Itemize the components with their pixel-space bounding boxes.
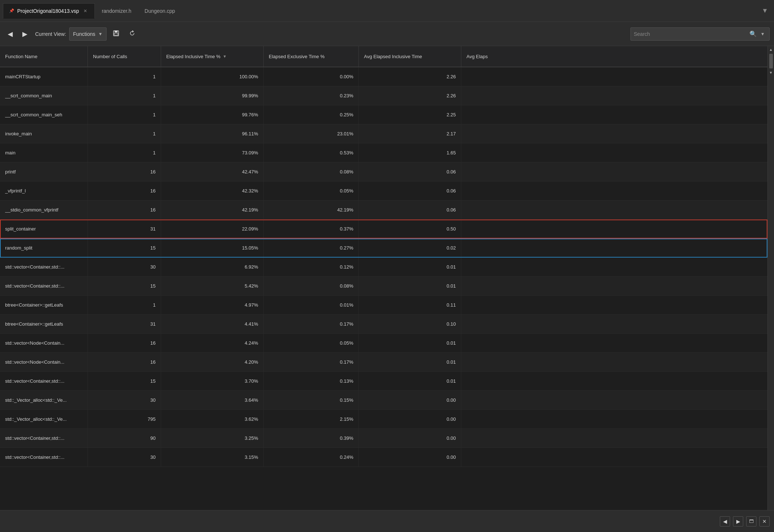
col-header-avg-elaps[interactable]: Avg Elaps: [461, 46, 767, 67]
scroll-right-button[interactable]: ▶: [733, 516, 743, 527]
table-row[interactable]: btree<Container>::getLeafs14.97%0.01%0.1…: [0, 296, 767, 315]
search-dropdown-btn[interactable]: ▼: [759, 31, 766, 37]
tab-projectorigonal[interactable]: 📌 ProjectOrigonal180413.vsp ✕: [3, 3, 95, 19]
table-row[interactable]: std::vector<Container,std::...903.25%0.3…: [0, 429, 767, 448]
cell-avg-elaps: [461, 86, 767, 105]
tab-dungeon[interactable]: Dungeon.cpp: [138, 3, 181, 19]
cell-elapsed-exclusive: 0.17%: [264, 315, 359, 333]
cell-num-calls: 1: [88, 143, 161, 162]
cell-elapsed-inclusive: 3.15%: [161, 448, 264, 467]
cell-avg-elapsed-inclusive: 0.01: [359, 353, 461, 371]
col-header-avg-elapsed-inclusive[interactable]: Avg Elapsed Inclusive Time: [359, 46, 461, 67]
cell-elapsed-inclusive: 3.62%: [161, 410, 264, 428]
cell-num-calls: 1: [88, 124, 161, 143]
search-input[interactable]: [634, 31, 747, 37]
cell-avg-elapsed-inclusive: 1.65: [359, 143, 461, 162]
cell-elapsed-exclusive: 0.01%: [264, 296, 359, 314]
save-button[interactable]: [109, 28, 123, 40]
cell-avg-elaps: [461, 124, 767, 143]
right-scrollbar: ▲ ▼: [767, 46, 774, 510]
cell-elapsed-inclusive: 6.92%: [161, 258, 264, 276]
cell-num-calls: 795: [88, 410, 161, 428]
col-header-function-name[interactable]: Function Name: [0, 46, 88, 67]
current-view-label: Current View:: [35, 31, 66, 37]
cell-avg-elapsed-inclusive: 2.17: [359, 124, 461, 143]
table-body[interactable]: mainCRTStartup1100.00%0.00%2.26__scrt_co…: [0, 67, 767, 510]
cell-elapsed-exclusive: 0.12%: [264, 258, 359, 276]
table-row[interactable]: invoke_main196.11%23.01%2.17: [0, 124, 767, 143]
cell-function-name: split_container: [0, 220, 88, 238]
cell-avg-elapsed-inclusive: 0.00: [359, 448, 461, 467]
col-header-num-calls[interactable]: Number of Calls: [88, 46, 161, 67]
cell-num-calls: 31: [88, 220, 161, 238]
cell-avg-elapsed-inclusive: 0.01: [359, 277, 461, 295]
table-row[interactable]: btree<Container>::getLeafs314.41%0.17%0.…: [0, 315, 767, 334]
table-row[interactable]: std::vector<Container,std::...153.70%0.1…: [0, 372, 767, 391]
back-button[interactable]: ◀: [4, 28, 16, 40]
refresh-button[interactable]: [126, 28, 139, 40]
cell-function-name: btree<Container>::getLeafs: [0, 315, 88, 333]
scroll-up-button[interactable]: ▲: [769, 47, 774, 52]
col-header-elapsed-exclusive[interactable]: Elapsed Exclusive Time %: [264, 46, 359, 67]
cell-elapsed-inclusive: 5.42%: [161, 277, 264, 295]
cell-avg-elapsed-inclusive: 0.50: [359, 220, 461, 238]
table-row[interactable]: std::vector<Container,std::...155.42%0.0…: [0, 277, 767, 296]
scroll-down-button[interactable]: ▼: [769, 70, 774, 75]
tab-randomizer[interactable]: randomizer.h: [96, 3, 138, 19]
restore-button[interactable]: 🗖: [746, 516, 756, 527]
cell-elapsed-exclusive: 0.27%: [264, 239, 359, 257]
col-header-elapsed-inclusive[interactable]: Elapsed Inclusive Time % ▼: [161, 46, 264, 67]
cell-elapsed-inclusive: 4.97%: [161, 296, 264, 314]
cell-function-name: __stdio_common_vfprintf: [0, 201, 88, 219]
cell-num-calls: 1: [88, 67, 161, 86]
cell-avg-elaps: [461, 162, 767, 181]
table-row[interactable]: __scrt_common_main199.99%0.23%2.26: [0, 86, 767, 105]
close-pane-button[interactable]: ✕: [759, 516, 770, 527]
scroll-thumb[interactable]: [769, 54, 773, 68]
tab-dropdown-arrow[interactable]: ▼: [759, 5, 771, 16]
cell-avg-elaps: [461, 277, 767, 295]
table-row[interactable]: __stdio_common_vfprintf1642.19%42.19%0.0…: [0, 201, 767, 220]
cell-function-name: random_split: [0, 239, 88, 257]
table-row[interactable]: main173.09%0.53%1.65: [0, 143, 767, 162]
toolbar: ◀ ▶ Current View: Functions ▼ 🔍 ▼: [0, 22, 774, 46]
cell-elapsed-inclusive: 99.76%: [161, 105, 264, 124]
table-row[interactable]: split_container3122.09%0.37%0.50: [0, 220, 767, 239]
table-row[interactable]: std::vector<Container,std::...306.92%0.1…: [0, 258, 767, 277]
tab-close-1[interactable]: ✕: [82, 8, 89, 14]
cell-elapsed-inclusive: 42.19%: [161, 201, 264, 219]
cell-function-name: std::vector<Container,std::...: [0, 448, 88, 467]
cell-avg-elaps: [461, 410, 767, 428]
table-row[interactable]: std::_Vector_alloc<std::_Ve...303.64%0.1…: [0, 391, 767, 410]
cell-num-calls: 16: [88, 162, 161, 181]
table-row[interactable]: std::vector<Node<Contain...164.20%0.17%0…: [0, 353, 767, 372]
table-row[interactable]: std::vector<Container,std::...303.15%0.2…: [0, 448, 767, 467]
table-row[interactable]: random_split1515.05%0.27%0.02: [0, 239, 767, 258]
cell-avg-elapsed-inclusive: 0.01: [359, 258, 461, 276]
view-dropdown[interactable]: Functions ▼: [69, 27, 107, 41]
cell-function-name: btree<Container>::getLeafs: [0, 296, 88, 314]
cell-elapsed-inclusive: 100.00%: [161, 67, 264, 86]
cell-num-calls: 30: [88, 391, 161, 409]
cell-num-calls: 16: [88, 201, 161, 219]
table-row[interactable]: printf1642.47%0.08%0.06: [0, 162, 767, 181]
cell-function-name: std::_Vector_alloc<std::_Ve...: [0, 391, 88, 409]
cell-avg-elapsed-inclusive: 0.00: [359, 391, 461, 409]
cell-avg-elaps: [461, 220, 767, 238]
cell-num-calls: 30: [88, 448, 161, 467]
cell-elapsed-exclusive: 0.08%: [264, 162, 359, 181]
cell-elapsed-inclusive: 4.20%: [161, 353, 264, 371]
table-row[interactable]: std::_Vector_alloc<std::_Ve...7953.62%2.…: [0, 410, 767, 429]
table-header: Function Name Number of Calls Elapsed In…: [0, 46, 767, 67]
table-row[interactable]: std::vector<Node<Contain...164.24%0.05%0…: [0, 334, 767, 353]
cell-avg-elapsed-inclusive: 0.02: [359, 239, 461, 257]
scroll-left-button[interactable]: ◀: [720, 516, 730, 527]
cell-avg-elapsed-inclusive: 2.25: [359, 105, 461, 124]
cell-elapsed-exclusive: 0.08%: [264, 277, 359, 295]
table-row[interactable]: _vfprintf_l1642.32%0.05%0.06: [0, 181, 767, 201]
cell-avg-elapsed-inclusive: 2.26: [359, 67, 461, 86]
cell-elapsed-exclusive: 0.05%: [264, 334, 359, 352]
forward-button[interactable]: ▶: [19, 28, 31, 40]
table-row[interactable]: __scrt_common_main_seh199.76%0.25%2.25: [0, 105, 767, 124]
table-row[interactable]: mainCRTStartup1100.00%0.00%2.26: [0, 67, 767, 86]
